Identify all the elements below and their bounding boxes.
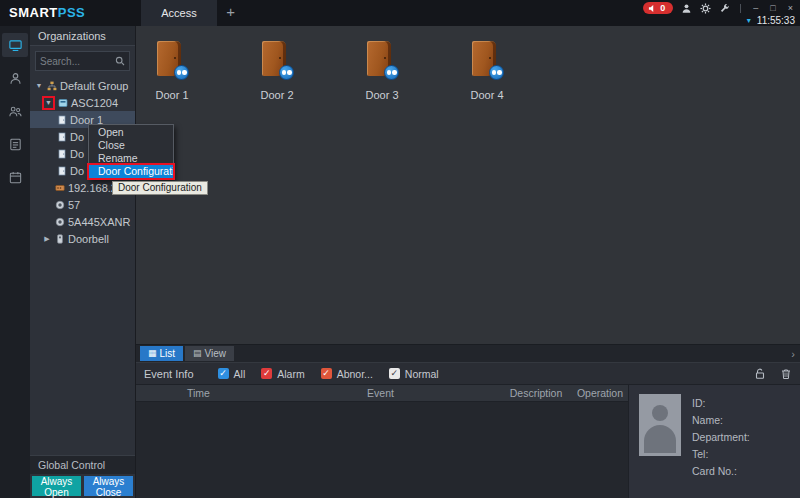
expand-arrow-icon[interactable]: ▼ bbox=[45, 99, 52, 106]
column-header-time[interactable]: Time bbox=[136, 385, 261, 401]
filter-alarm[interactable]: ✓ Alarm bbox=[261, 368, 304, 380]
check-icon: ✓ bbox=[219, 369, 227, 378]
tree-item-default-group[interactable]: ▼ Default Group bbox=[30, 77, 135, 94]
door-icon bbox=[155, 40, 189, 80]
module-log-icon[interactable] bbox=[2, 132, 28, 156]
settings-gear-icon[interactable] bbox=[700, 3, 711, 14]
search-icon[interactable] bbox=[115, 56, 125, 66]
filter-abnormal[interactable]: ✓ Abnor... bbox=[321, 368, 373, 380]
tree-item-doorbell[interactable]: ▶ Doorbell bbox=[30, 230, 135, 247]
device-canvas: Door 1 Door 2 Door 3 bbox=[136, 26, 800, 344]
always-open-button[interactable]: Always Open bbox=[32, 476, 81, 496]
event-view-tabs: ▦ List ▤ View › bbox=[136, 345, 800, 362]
minimize-button[interactable]: – bbox=[751, 2, 760, 14]
camera-icon bbox=[55, 200, 65, 210]
app-logo: SMARTPSS bbox=[0, 0, 95, 26]
divider bbox=[740, 4, 741, 13]
door-icon bbox=[57, 166, 67, 176]
person-info-panel: ID: Name: Department: Tel: Card No.: bbox=[628, 385, 800, 498]
tab-view[interactable]: ▤ View bbox=[185, 346, 234, 361]
close-button[interactable]: × bbox=[786, 2, 795, 14]
alarm-badge[interactable]: 0 bbox=[643, 2, 673, 14]
filter-label: Abnor... bbox=[337, 368, 373, 380]
door-device-1[interactable]: Door 1 bbox=[136, 40, 208, 101]
checkbox-all[interactable]: ✓ bbox=[218, 368, 229, 379]
field-card-no: Card No.: bbox=[692, 463, 750, 480]
filter-normal[interactable]: ✓ Normal bbox=[389, 368, 439, 380]
collapse-panel-chevron-icon[interactable]: › bbox=[791, 348, 800, 360]
tree-item-5a445xanr[interactable]: 5A445XANR bbox=[30, 213, 135, 230]
tree-item-label: ASC1204 bbox=[71, 97, 118, 109]
organizations-panel: Organizations ▼ Default Group ▼ ASC1204 bbox=[30, 26, 136, 498]
menu-item-open[interactable]: Open bbox=[89, 126, 173, 139]
speaker-icon bbox=[648, 4, 657, 13]
organizations-title: Organizations bbox=[30, 26, 135, 46]
menu-item-close[interactable]: Close bbox=[89, 139, 173, 152]
door-device-3[interactable]: Door 3 bbox=[346, 40, 418, 101]
checkbox-abnormal[interactable]: ✓ bbox=[321, 368, 332, 379]
filter-all[interactable]: ✓ All bbox=[218, 368, 246, 380]
search-box[interactable] bbox=[35, 51, 130, 71]
event-table-header: Time Event Description Operation bbox=[136, 385, 628, 402]
door-device-4[interactable]: Door 4 bbox=[451, 40, 523, 101]
door-label: Door 1 bbox=[155, 89, 188, 101]
door-device-2[interactable]: Door 2 bbox=[241, 40, 313, 101]
maximize-button[interactable]: □ bbox=[768, 2, 777, 14]
tab-strip: Access + bbox=[141, 0, 244, 26]
unlock-icon[interactable] bbox=[754, 368, 766, 380]
tree-item-label: Doorbell bbox=[68, 233, 109, 245]
door-label: Door 3 bbox=[365, 89, 398, 101]
check-icon: ✓ bbox=[391, 369, 399, 378]
tab-list-label: List bbox=[160, 348, 176, 359]
context-menu: Open Close Rename Door Configuration bbox=[88, 124, 174, 180]
checkbox-normal[interactable]: ✓ bbox=[389, 368, 400, 379]
add-tab-button[interactable]: + bbox=[217, 0, 245, 26]
tools-wrench-icon[interactable] bbox=[719, 3, 730, 14]
door-icon bbox=[260, 40, 294, 80]
tree-item-asc1204[interactable]: ▼ ASC1204 bbox=[30, 94, 135, 111]
expand-arrow-icon[interactable]: ▼ bbox=[34, 82, 44, 89]
annotation-box-arrow: ▼ bbox=[42, 96, 55, 110]
tree-item-label: Do bbox=[70, 131, 84, 143]
clock: 11:55:33 bbox=[757, 15, 795, 26]
tooltip: Door Configuration bbox=[112, 181, 208, 195]
collapse-arrow-icon[interactable]: ▶ bbox=[42, 235, 52, 243]
column-header-description[interactable]: Description bbox=[500, 385, 572, 401]
search-input[interactable] bbox=[40, 56, 115, 67]
module-group-icon[interactable] bbox=[2, 99, 28, 123]
module-user-icon[interactable] bbox=[2, 66, 28, 90]
door-icon bbox=[470, 40, 504, 80]
module-console-icon[interactable] bbox=[2, 33, 28, 57]
menu-item-rename[interactable]: Rename bbox=[89, 152, 173, 165]
tab-view-label: View bbox=[205, 348, 227, 359]
alarm-panel-expand-icon[interactable]: ▾ bbox=[747, 16, 751, 26]
field-tel: Tel: bbox=[692, 446, 750, 463]
title-bar: SMARTPSS Access + 0 – □ × ▾ bbox=[0, 0, 800, 26]
door-label: Door 2 bbox=[260, 89, 293, 101]
global-control-buttons: Always Open Always Close bbox=[30, 474, 135, 498]
trash-icon[interactable] bbox=[780, 368, 792, 380]
tree-item-label: Do bbox=[70, 148, 84, 160]
module-calendar-icon[interactable] bbox=[2, 165, 28, 189]
group-icon bbox=[47, 81, 57, 91]
door-label: Door 4 bbox=[470, 89, 503, 101]
tab-access[interactable]: Access bbox=[141, 0, 216, 26]
checkbox-alarm[interactable]: ✓ bbox=[261, 368, 272, 379]
binoculars-badge-icon bbox=[174, 65, 189, 80]
tree-item-label: Do bbox=[70, 165, 84, 177]
always-close-button[interactable]: Always Close bbox=[84, 476, 133, 496]
view-grid-icon: ▤ bbox=[193, 349, 202, 358]
check-icon: ✓ bbox=[263, 369, 271, 378]
column-header-operation[interactable]: Operation bbox=[572, 385, 628, 401]
field-department: Department: bbox=[692, 429, 750, 446]
logo-smart: SMART bbox=[9, 5, 58, 20]
tree-item-57[interactable]: 57 bbox=[30, 196, 135, 213]
user-icon[interactable] bbox=[681, 3, 692, 14]
tab-list[interactable]: ▦ List bbox=[140, 346, 183, 361]
binoculars-badge-icon bbox=[489, 65, 504, 80]
tree-item-label: 57 bbox=[68, 199, 80, 211]
menu-item-door-configuration[interactable]: Door Configuration bbox=[89, 165, 173, 178]
event-info-label: Event Info bbox=[144, 368, 194, 380]
column-header-event[interactable]: Event bbox=[261, 385, 500, 401]
list-grid-icon: ▦ bbox=[148, 349, 157, 358]
